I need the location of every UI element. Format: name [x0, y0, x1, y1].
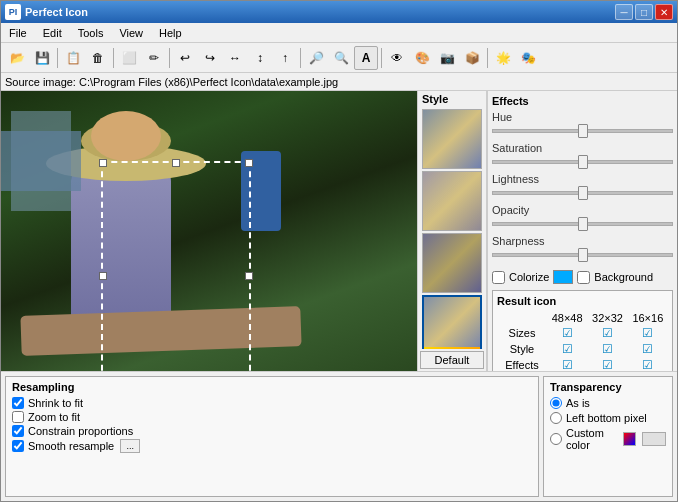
- style-48[interactable]: ☑: [547, 341, 587, 357]
- colorize-row: Colorize Background: [492, 270, 673, 284]
- window-controls: ─ □ ✕: [615, 4, 673, 20]
- tb-text[interactable]: A: [354, 46, 378, 70]
- canvas-area[interactable]: [1, 91, 417, 371]
- default-button[interactable]: Default: [420, 351, 484, 369]
- tb-sep1: [57, 48, 58, 68]
- custom-radio[interactable]: [550, 433, 562, 445]
- sizes-16[interactable]: ☑: [628, 325, 668, 341]
- color-picker-button[interactable]: [623, 432, 636, 446]
- result-table: 48×48 32×32 16×16 Sizes ☑ ☑ ☑ Style ☑ ☑: [497, 311, 668, 371]
- style-item-1[interactable]: [422, 109, 482, 169]
- style-row: Style ☑ ☑ ☑: [497, 341, 668, 357]
- sharpness-row: Sharpness: [492, 235, 673, 262]
- tb-eye[interactable]: 👁: [385, 46, 409, 70]
- zoom-checkbox[interactable]: [12, 411, 24, 423]
- window-title: Perfect Icon: [25, 6, 615, 18]
- lightness-label: Lightness: [492, 173, 673, 185]
- app-icon: PI: [5, 4, 21, 20]
- effects-header: Effects: [492, 95, 673, 107]
- tb-delete[interactable]: 🗑: [86, 46, 110, 70]
- tb-palette[interactable]: 🎨: [410, 46, 434, 70]
- more-button[interactable]: ...: [120, 439, 140, 453]
- style-32[interactable]: ☑: [587, 341, 627, 357]
- style-item-3[interactable]: [422, 233, 482, 293]
- style-label: Style: [497, 341, 547, 357]
- tb-sep2: [113, 48, 114, 68]
- smooth-checkbox[interactable]: [12, 440, 24, 452]
- tb-mask[interactable]: 🎭: [516, 46, 540, 70]
- col-label: [497, 311, 547, 325]
- tb-camera[interactable]: 📷: [435, 46, 459, 70]
- tb-sort[interactable]: ↑: [273, 46, 297, 70]
- tb-undo[interactable]: ↩: [173, 46, 197, 70]
- style-list: [418, 107, 486, 349]
- maximize-button[interactable]: □: [635, 4, 653, 20]
- bottom-section: Resampling Shrink to fit Zoom to fit Con…: [1, 371, 677, 501]
- tb-zoom-out[interactable]: 🔎: [304, 46, 328, 70]
- effects-label: Effects: [497, 357, 547, 371]
- effects-row: Effects ☑ ☑ ☑: [497, 357, 668, 371]
- sizes-32[interactable]: ☑: [587, 325, 627, 341]
- background-label: Background: [594, 271, 653, 283]
- resampling-header: Resampling: [12, 381, 532, 393]
- zoom-row: Zoom to fit: [12, 411, 532, 423]
- smooth-row: Smooth resample ...: [12, 439, 532, 453]
- photo-background: [1, 91, 417, 371]
- menu-edit[interactable]: Edit: [35, 25, 70, 41]
- style-item-2[interactable]: [422, 171, 482, 231]
- saturation-row: Saturation: [492, 142, 673, 169]
- lightness-slider[interactable]: [492, 186, 673, 200]
- style-16[interactable]: ☑: [628, 341, 668, 357]
- sharpness-slider[interactable]: [492, 248, 673, 262]
- close-button[interactable]: ✕: [655, 4, 673, 20]
- tb-open[interactable]: 📂: [5, 46, 29, 70]
- sizes-48[interactable]: ☑: [547, 325, 587, 341]
- tb-select[interactable]: ⬜: [117, 46, 141, 70]
- opacity-row: Opacity: [492, 204, 673, 231]
- menu-file[interactable]: File: [1, 25, 35, 41]
- tb-sep3: [169, 48, 170, 68]
- effects-48[interactable]: ☑: [547, 357, 587, 371]
- tb-flip-v[interactable]: ↕: [248, 46, 272, 70]
- shrink-checkbox[interactable]: [12, 397, 24, 409]
- menu-tools[interactable]: Tools: [70, 25, 112, 41]
- saturation-slider[interactable]: [492, 155, 673, 169]
- tb-sep4: [300, 48, 301, 68]
- tb-save[interactable]: 💾: [30, 46, 54, 70]
- effects-16[interactable]: ☑: [628, 357, 668, 371]
- tb-zoom-in[interactable]: 🔍: [329, 46, 353, 70]
- constrain-checkbox[interactable]: [12, 425, 24, 437]
- color-swatch[interactable]: [553, 270, 573, 284]
- menu-view[interactable]: View: [111, 25, 151, 41]
- source-bar: Source image: C:\Program Files (x86)\Per…: [1, 73, 677, 91]
- custom-label: Custom color: [566, 427, 617, 451]
- colorize-checkbox[interactable]: [492, 271, 505, 284]
- minimize-button[interactable]: ─: [615, 4, 633, 20]
- opacity-slider[interactable]: [492, 217, 673, 231]
- main-content: Style: [1, 91, 677, 371]
- saturation-label: Saturation: [492, 142, 673, 154]
- leftbottom-row: Left bottom pixel: [550, 412, 666, 424]
- background-checkbox[interactable]: [577, 271, 590, 284]
- effects-32[interactable]: ☑: [587, 357, 627, 371]
- asis-radio[interactable]: [550, 397, 562, 409]
- tb-sep5: [381, 48, 382, 68]
- resampling-box: Resampling Shrink to fit Zoom to fit Con…: [5, 376, 539, 497]
- tb-sep6: [487, 48, 488, 68]
- col-16: 16×16: [628, 311, 668, 325]
- shrink-label: Shrink to fit: [28, 397, 83, 409]
- tb-redo[interactable]: ↪: [198, 46, 222, 70]
- hue-slider[interactable]: [492, 124, 673, 138]
- result-panel: Result icon 48×48 32×32 16×16 Sizes ☑ ☑ …: [492, 290, 673, 371]
- tb-flip-h[interactable]: ↔: [223, 46, 247, 70]
- tb-package[interactable]: 📦: [460, 46, 484, 70]
- tb-star[interactable]: 🌟: [491, 46, 515, 70]
- hue-row: Hue: [492, 111, 673, 138]
- menu-help[interactable]: Help: [151, 25, 190, 41]
- col-48: 48×48: [547, 311, 587, 325]
- leftbottom-radio[interactable]: [550, 412, 562, 424]
- colorize-label: Colorize: [509, 271, 549, 283]
- tb-copy[interactable]: 📋: [61, 46, 85, 70]
- style-item-4[interactable]: [422, 295, 482, 349]
- tb-pencil[interactable]: ✏: [142, 46, 166, 70]
